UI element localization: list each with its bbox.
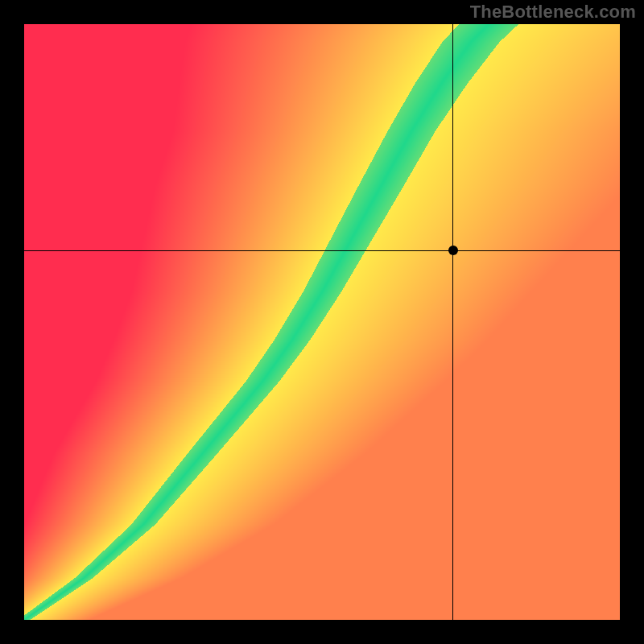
crosshair-vertical	[452, 24, 453, 620]
crosshair-horizontal	[24, 250, 620, 251]
bottleneck-heatmap	[24, 24, 620, 620]
chart-container: TheBottleneck.com	[0, 0, 644, 644]
selection-marker	[448, 246, 458, 255]
attribution-label: TheBottleneck.com	[470, 2, 636, 23]
